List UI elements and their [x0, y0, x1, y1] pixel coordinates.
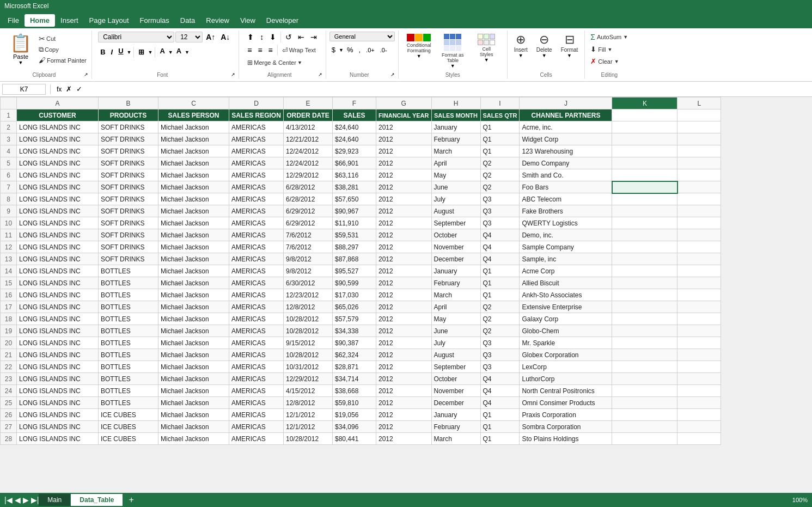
table-cell[interactable]: 2012: [376, 385, 432, 397]
table-cell[interactable]: AMERICAS: [229, 409, 284, 421]
table-cell[interactable]: Omni Consimer Products: [520, 397, 612, 409]
align-center-button[interactable]: ≡: [255, 45, 265, 56]
clear-dropdown[interactable]: ▼: [614, 59, 619, 64]
table-cell[interactable]: 2012: [376, 433, 432, 445]
table-cell[interactable]: $62,324: [333, 349, 376, 361]
table-cell[interactable]: May: [431, 313, 480, 325]
font-size-select[interactable]: 12: [175, 32, 203, 42]
cond-fmt-dropdown[interactable]: ▼: [417, 53, 422, 59]
table-cell[interactable]: [612, 361, 677, 373]
sheet-table-container[interactable]: A B C D E F G H I J K L 1 CUS: [0, 97, 812, 507]
table-cell[interactable]: Michael Jackson: [158, 217, 229, 229]
table-cell[interactable]: AMERICAS: [229, 313, 284, 325]
table-cell[interactable]: 9/8/2012: [284, 265, 333, 277]
table-cell[interactable]: 6/29/2012: [284, 205, 333, 217]
nav-next-tab[interactable]: ▶: [23, 496, 29, 504]
table-cell[interactable]: Q3: [480, 337, 520, 349]
table-cell[interactable]: [612, 217, 677, 229]
underline-button[interactable]: U: [116, 46, 125, 56]
table-cell[interactable]: [677, 145, 721, 157]
table-cell[interactable]: [612, 313, 677, 325]
table-cell[interactable]: SOFT DRINKS: [99, 133, 158, 145]
increase-decimal-button[interactable]: .0+: [364, 46, 377, 54]
table-cell[interactable]: LONG ISLANDS INC: [17, 337, 99, 349]
font-name-select[interactable]: Calibri: [98, 32, 174, 42]
table-cell[interactable]: $90,967: [333, 205, 376, 217]
underline-dropdown[interactable]: ▼: [127, 50, 132, 55]
percent-button[interactable]: %: [345, 45, 356, 55]
table-cell[interactable]: Michael Jackson: [158, 301, 229, 313]
table-cell[interactable]: Michael Jackson: [158, 169, 229, 181]
col-header-A[interactable]: A: [17, 97, 99, 109]
row-num-27[interactable]: 27: [1, 421, 17, 433]
table-cell[interactable]: ICE CUBES: [99, 421, 158, 433]
menu-review[interactable]: Review: [200, 14, 235, 27]
table-cell[interactable]: SOFT DRINKS: [99, 241, 158, 253]
indent-increase-button[interactable]: ⇥: [308, 32, 320, 42]
row-num-23[interactable]: 23: [1, 373, 17, 385]
table-cell[interactable]: AMERICAS: [229, 337, 284, 349]
table-cell[interactable]: LONG ISLANDS INC: [17, 193, 99, 205]
table-cell[interactable]: BOTTLES: [99, 265, 158, 277]
table-cell[interactable]: BOTTLES: [99, 325, 158, 337]
row-num-9[interactable]: 9: [1, 205, 17, 217]
table-cell[interactable]: February: [431, 133, 480, 145]
table-cell[interactable]: Michael Jackson: [158, 157, 229, 169]
table-cell[interactable]: SOFT DRINKS: [99, 145, 158, 157]
menu-developer[interactable]: Developer: [261, 14, 304, 27]
table-cell[interactable]: LONG ISLANDS INC: [17, 361, 99, 373]
table-cell[interactable]: $11,910: [333, 217, 376, 229]
table-cell[interactable]: [677, 385, 721, 397]
table-cell[interactable]: Q4: [480, 373, 520, 385]
table-cell[interactable]: July: [431, 193, 480, 205]
merge-dropdown[interactable]: ▼: [297, 60, 302, 65]
menu-home[interactable]: Home: [25, 14, 55, 27]
table-cell[interactable]: [612, 349, 677, 361]
table-cell[interactable]: [612, 121, 677, 133]
table-cell[interactable]: [612, 253, 677, 265]
table-cell[interactable]: Q3: [480, 349, 520, 361]
table-cell[interactable]: 12/23/2012: [284, 289, 333, 301]
table-cell[interactable]: 2012: [376, 409, 432, 421]
table-cell[interactable]: March: [431, 289, 480, 301]
table-cell[interactable]: AMERICAS: [229, 253, 284, 265]
table-cell[interactable]: [677, 361, 721, 373]
table-cell[interactable]: $66,901: [333, 157, 376, 169]
table-cell[interactable]: November: [431, 385, 480, 397]
bottom-align-button[interactable]: ⬇: [267, 32, 279, 42]
menu-page-layout[interactable]: Page Layout: [84, 14, 135, 27]
table-cell[interactable]: March: [431, 145, 480, 157]
table-cell[interactable]: AMERICAS: [229, 421, 284, 433]
table-cell[interactable]: Q4: [480, 385, 520, 397]
table-cell[interactable]: Smith and Co.: [520, 169, 612, 181]
table-cell[interactable]: 2012: [376, 181, 432, 193]
table-cell[interactable]: [677, 337, 721, 349]
table-cell[interactable]: Michael Jackson: [158, 229, 229, 241]
table-cell[interactable]: SOFT DRINKS: [99, 181, 158, 193]
row-num-12[interactable]: 12: [1, 241, 17, 253]
middle-align-button[interactable]: ↕: [257, 32, 266, 42]
table-cell[interactable]: Q4: [480, 397, 520, 409]
table-cell[interactable]: North Central Positronics: [520, 385, 612, 397]
table-cell[interactable]: 6/30/2012: [284, 277, 333, 289]
formula-input[interactable]: [86, 84, 810, 94]
table-cell[interactable]: BOTTLES: [99, 301, 158, 313]
table-cell[interactable]: Globo-Chem: [520, 325, 612, 337]
indent-decrease-button[interactable]: ⇤: [295, 32, 307, 42]
header-l[interactable]: [677, 109, 721, 121]
table-cell[interactable]: AMERICAS: [229, 349, 284, 361]
table-cell[interactable]: LONG ISLANDS INC: [17, 229, 99, 241]
table-cell[interactable]: Ankh-Sto Associates: [520, 289, 612, 301]
table-cell[interactable]: 9/15/2012: [284, 337, 333, 349]
table-cell[interactable]: AMERICAS: [229, 385, 284, 397]
table-cell[interactable]: ABC Telecom: [520, 193, 612, 205]
table-cell[interactable]: Demo, inc.: [520, 229, 612, 241]
table-cell[interactable]: AMERICAS: [229, 433, 284, 445]
table-cell[interactable]: SOFT DRINKS: [99, 205, 158, 217]
sheet-tab-data_table[interactable]: Data_Table: [71, 494, 123, 506]
row-num-13[interactable]: 13: [1, 253, 17, 265]
table-cell[interactable]: 12/29/2012: [284, 373, 333, 385]
table-cell[interactable]: AMERICAS: [229, 265, 284, 277]
table-cell[interactable]: BOTTLES: [99, 373, 158, 385]
table-cell[interactable]: 9/8/2012: [284, 253, 333, 265]
